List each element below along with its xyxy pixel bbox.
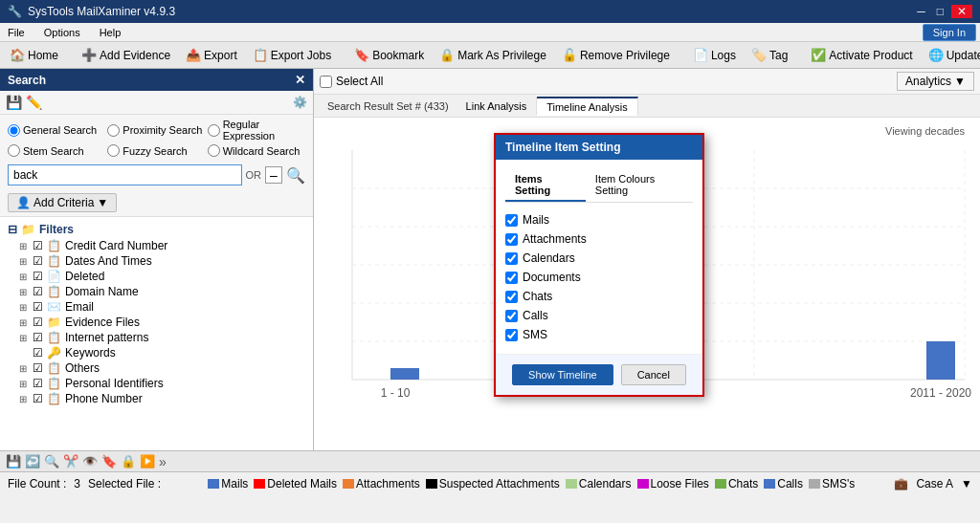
search-bottom-icon[interactable]: 🔍 [44,454,59,469]
bookmark-button[interactable]: 🔖 Bookmark [348,46,430,64]
export-button[interactable]: 📤 Export [180,46,243,64]
activate-icon: ✅ [811,48,826,62]
legend-calls-dot [764,479,775,489]
restore-button[interactable]: □ [933,5,947,18]
add-criteria-button[interactable]: 👤 Add Criteria ▼ [8,193,117,212]
item-check-icon: ☑ [33,316,43,329]
minimize-button[interactable]: ─ [913,5,929,18]
legend-chats: Chats [715,477,758,490]
legend-calls: Calls [764,477,803,490]
cancel-button[interactable]: Cancel [621,364,686,385]
tree-item-credit-card[interactable]: ⊞ ☑ 📋 Credit Card Number [8,238,305,253]
undo-icon[interactable]: ↩️ [25,454,40,469]
select-all-label[interactable]: Select All [320,75,383,88]
proximity-search-option[interactable]: Proximity Search [107,119,205,142]
item-folder-icon: ✉️ [47,300,61,314]
results-toolbar: Select All Analytics ▼ [314,69,980,95]
dialog-tabs: Items Setting Item Colours Setting [505,169,693,203]
show-timeline-button[interactable]: Show Timeline [512,364,613,385]
bookmark-bottom-icon[interactable]: 🔖 [101,454,117,469]
settings-icon[interactable]: ⚙️ [293,96,307,109]
eye-icon[interactable]: 👁️ [82,454,98,469]
checkbox-sms[interactable]: SMS [505,325,693,344]
item-folder-icon: 📋 [47,331,61,344]
legend-loose-files: Loose Files [637,477,709,490]
update-ip-icon: 🌐 [928,48,944,62]
sign-in-button[interactable]: Sign In [923,24,976,41]
add-evidence-button[interactable]: ➕ Add Evidence [76,46,176,64]
item-folder-icon: 🔑 [47,346,61,360]
tree-item-others[interactable]: ⊞ ☑ 📋 Others [8,360,305,376]
legend-mails-label: Mails [221,477,248,490]
export-icon: 📤 [186,48,201,62]
lock-icon[interactable]: 🔒 [121,454,136,469]
item-check-icon: ☑ [33,392,43,405]
save-icon[interactable]: 💾 [6,454,21,469]
tree-item-phone[interactable]: ⊞ ☑ 📋 Phone Number [8,391,305,406]
select-all-checkbox[interactable] [320,76,332,88]
filter-title: Filters [39,223,74,236]
more-icon[interactable]: » [159,454,167,469]
tree-item-internet[interactable]: ⊞ ☑ 📋 Internet patterns [8,330,305,345]
app-icon: 🔧 [8,5,22,18]
criteria-section: 👤 Add Criteria ▼ [0,189,313,216]
legend-chats-label: Chats [728,477,758,490]
remove-privilege-button[interactable]: 🔓 Remove Privilege [556,46,676,64]
tab-timeline-analysis[interactable]: Timeline Analysis [537,97,638,116]
home-button[interactable]: 🏠 Home [4,46,64,64]
tree-item-dates[interactable]: ⊞ ☑ 📋 Dates And Times [8,253,305,269]
checkbox-calls[interactable]: Calls [505,306,693,325]
checkbox-mails[interactable]: Mails [505,210,693,229]
tree-item-email[interactable]: ⊞ ☑ ✉️ Email [8,299,305,315]
wildcard-search-option[interactable]: Wildcard Search [208,144,305,157]
dialog-tab-items[interactable]: Items Setting [505,169,586,202]
mark-privilege-button[interactable]: 🔒 Mark As Privilege [434,46,552,64]
checkbox-chats[interactable]: Chats [505,287,693,306]
regular-expression-option[interactable]: Regular Expression [208,119,305,142]
play-icon[interactable]: ▶️ [140,454,155,469]
update-ip-button[interactable]: 🌐 Update IP [923,46,980,64]
item-folder-icon: 📄 [47,270,61,283]
result-set-label: Search Result Set # (433) [320,98,457,115]
tree-item-personal[interactable]: ⊞ ☑ 📋 Personal Identifiers [8,376,305,391]
save-search-icon[interactable]: 💾 [6,95,22,110]
close-button[interactable]: ✕ [951,5,972,18]
status-bar: File Count : 3 Selected File : Mails Del… [0,471,980,494]
legend-suspected: Suspected Attachments [426,477,560,490]
minus-button[interactable]: – [265,166,282,184]
item-folder-icon: 📋 [47,285,61,298]
stem-search-option[interactable]: Stem Search [8,144,105,157]
logs-button[interactable]: 📄 Logs [687,46,742,64]
legend-chats-dot [715,479,726,489]
right-panel: Select All Analytics ▼ Search Result Set… [314,69,980,450]
tree-item-evidence[interactable]: ⊞ ☑ 📁 Evidence Files [8,315,305,330]
export-jobs-button[interactable]: 📋 Export Jobs [247,46,337,64]
menu-file[interactable]: File [4,25,29,40]
menu-options[interactable]: Options [40,25,84,40]
menu-help[interactable]: Help [96,25,125,40]
checkbox-calendars[interactable]: Calendars [505,249,693,268]
checkbox-documents[interactable]: Documents [505,268,693,287]
legend-suspected-dot [426,479,437,489]
checkbox-attachments[interactable]: Attachments [505,229,693,249]
search-input[interactable] [8,164,242,185]
clear-search-icon[interactable]: ✏️ [26,95,42,110]
expand-icon: ⊞ [19,363,29,374]
cut-icon[interactable]: ✂️ [63,454,78,469]
panel-close-icon[interactable]: ✕ [295,73,305,87]
expand-icon: ⊞ [19,272,29,282]
tab-link-analysis[interactable]: Link Analysis [457,98,538,115]
tree-item-keywords[interactable]: ☑ 🔑 Keywords [8,345,305,360]
tree-item-domain[interactable]: ⊞ ☑ 📋 Domain Name [8,284,305,299]
tag-button[interactable]: 🏷️ Tag [746,46,793,64]
filter-expand-icon[interactable]: ⊟ [8,223,17,236]
fuzzy-search-option[interactable]: Fuzzy Search [107,144,205,157]
general-search-option[interactable]: General Search [8,119,105,142]
tree-item-deleted[interactable]: ⊞ ☑ 📄 Deleted [8,269,305,284]
search-go-button[interactable]: 🔍 [286,166,305,185]
case-label: Case A [916,477,953,490]
dialog-tab-colours[interactable]: Item Colours Setting [586,169,693,202]
item-folder-icon: 📋 [47,377,61,390]
activate-button[interactable]: ✅ Activate Product [805,46,918,64]
analytics-button[interactable]: Analytics ▼ [897,72,974,91]
